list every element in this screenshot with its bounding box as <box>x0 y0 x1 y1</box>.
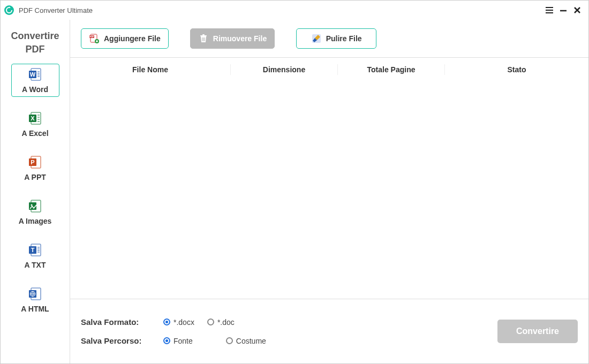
sidebar-item-txt[interactable]: T A TXT <box>11 239 59 272</box>
app-window: PDF Converter Ultimate Convertire PDF W <box>0 0 589 364</box>
radio-dot-icon <box>163 318 170 325</box>
svg-text:W: W <box>29 71 35 78</box>
radio-label: *.doc <box>217 318 235 327</box>
sidebar-item-label: A Images <box>19 217 52 225</box>
txt-icon: T <box>28 242 43 257</box>
format-doc-radio[interactable]: *.doc <box>207 318 235 327</box>
col-size[interactable]: Dimensione <box>231 64 338 75</box>
path-custom-radio[interactable]: Costume <box>226 337 266 345</box>
sidebar-item-excel[interactable]: X A Excel <box>11 108 59 141</box>
add-file-button[interactable]: PDF Aggiungere File <box>81 28 169 49</box>
sidebar-item-images[interactable]: A Images <box>11 195 59 229</box>
col-total-pages[interactable]: Totale Pagine <box>338 64 445 75</box>
svg-rect-24 <box>200 35 207 36</box>
sidebar-item-label: A TXT <box>25 261 46 269</box>
app-logo-icon <box>4 5 14 16</box>
trash-icon <box>198 33 209 44</box>
radio-dot-icon <box>163 337 170 344</box>
sidebar-item-word[interactable]: W A Word <box>11 64 59 97</box>
remove-file-button[interactable]: Rimuovere File <box>190 28 275 49</box>
svg-text:P: P <box>31 159 34 165</box>
col-file-name[interactable]: File Nome <box>70 64 231 75</box>
path-source-radio[interactable]: Fonte <box>163 337 193 345</box>
images-icon <box>28 199 43 214</box>
sidebar-item-label: A Excel <box>21 129 48 138</box>
svg-text:T: T <box>31 247 34 253</box>
word-icon: W <box>28 67 43 82</box>
save-path-row: Salva Percorso: Fonte Costume <box>81 336 266 345</box>
minimize-icon <box>559 6 568 14</box>
sidebar-item-label: A Word <box>22 85 48 94</box>
format-docx-radio[interactable]: *.docx <box>163 318 194 327</box>
sidebar: Convertire PDF W A Word X A Excel <box>1 20 70 363</box>
menu-button[interactable] <box>542 3 556 17</box>
save-format-row: Salva Formato: *.docx *.doc <box>81 317 266 327</box>
sidebar-item-html[interactable]: A HTML <box>11 283 59 316</box>
add-file-label: Aggiungere File <box>104 34 161 43</box>
save-path-label: Salva Percorso: <box>81 336 150 345</box>
svg-rect-25 <box>202 34 205 35</box>
sidebar-item-label: A HTML <box>21 305 49 313</box>
radio-dot-icon <box>207 318 214 325</box>
hamburger-icon <box>545 6 554 14</box>
clear-file-label: Pulire File <box>326 34 362 43</box>
radio-dot-icon <box>226 337 233 344</box>
minimize-button[interactable] <box>556 3 570 17</box>
sidebar-title: Convertire PDF <box>11 29 59 64</box>
radio-label: *.docx <box>173 318 194 327</box>
excel-icon: X <box>28 111 43 126</box>
app-title: PDF Converter Ultimate <box>19 6 93 14</box>
radio-label: Costume <box>236 337 266 345</box>
convert-button[interactable]: Convertire <box>497 320 578 343</box>
sidebar-item-ppt[interactable]: P A PPT <box>11 151 59 185</box>
broom-icon <box>311 33 322 44</box>
svg-text:X: X <box>31 115 35 122</box>
toolbar: PDF Aggiungere File Rimuovere File Pulir… <box>70 20 588 57</box>
close-icon <box>573 6 582 14</box>
titlebar: PDF Converter Ultimate <box>1 1 588 20</box>
ppt-icon: P <box>28 155 43 170</box>
html-icon <box>28 286 43 301</box>
col-status[interactable]: Stato <box>445 64 588 75</box>
save-format-label: Salva Formato: <box>81 317 150 327</box>
sidebar-item-label: A PPT <box>24 173 46 181</box>
add-file-icon: PDF <box>89 33 100 44</box>
clear-file-button[interactable]: Pulire File <box>296 28 376 49</box>
radio-label: Fonte <box>173 337 193 345</box>
close-button[interactable] <box>570 3 584 17</box>
bottom-panel: Salva Formato: *.docx *.doc Salva Percor… <box>70 299 588 363</box>
svg-text:PDF: PDF <box>90 35 95 38</box>
file-table: File Nome Dimensione Totale Pagine Stato <box>70 57 588 299</box>
remove-file-label: Rimuovere File <box>213 34 267 43</box>
main-panel: PDF Aggiungere File Rimuovere File Pulir… <box>70 20 588 363</box>
convert-label: Convertire <box>516 327 559 336</box>
table-header: File Nome Dimensione Totale Pagine Stato <box>70 58 588 81</box>
